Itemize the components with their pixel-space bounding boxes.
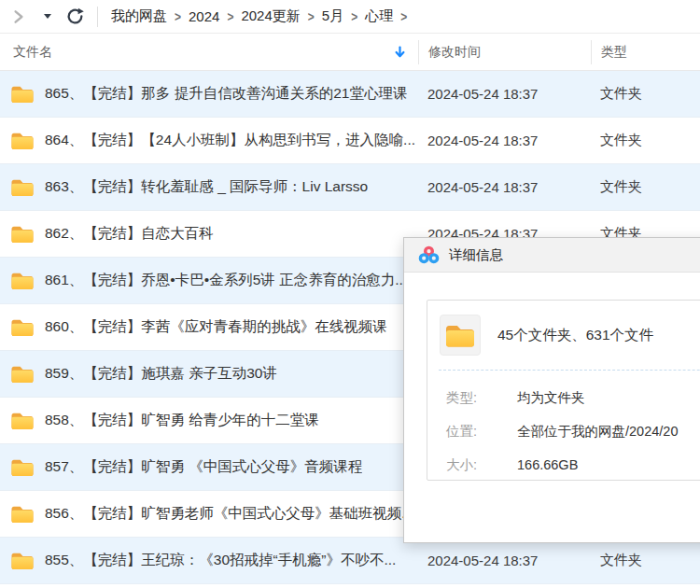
file-row[interactable]: 863、【完结】转化羞耻感 _ 国际导师：Liv Larsso 2024-05-…	[0, 164, 700, 211]
navigation-toolbar: 我的网盘 > 2024 > 2024更新 > 5月 > 心理 >	[0, 0, 700, 34]
breadcrumb-item[interactable]: 2024更新	[241, 7, 300, 25]
file-name-cell: 858、【完结】旷智勇 给青少年的十二堂课	[0, 410, 418, 431]
column-header-type: 类型	[591, 40, 700, 64]
file-type: 文件夹	[591, 85, 700, 103]
breadcrumb-item[interactable]: 我的网盘	[111, 7, 167, 25]
folder-icon	[443, 321, 477, 349]
details-field-label: 类型:	[427, 389, 517, 407]
details-field-row: 类型: 均为文件夹	[427, 381, 700, 414]
file-name: 861、【完结】乔恩•卡巴•金系列5讲 正念养育的治愈力...	[45, 271, 407, 290]
details-popup: 详细信息 45个文件夹、631个文件 类型: 均为文件夹 位置:	[403, 237, 700, 543]
folder-icon	[9, 223, 35, 245]
file-name-cell: 860、【完结】李茜《应对青春期的挑战》在线视频课	[0, 316, 418, 338]
breadcrumb-separator-icon: >	[400, 8, 407, 23]
file-name-cell: 856、【完结】旷智勇老师《中国式心父母》基础班视频...	[0, 503, 418, 525]
details-info-box: 45个文件夹、631个文件 类型: 均为文件夹 位置: 全部位于我的网盘/202…	[427, 300, 700, 481]
file-row[interactable]: 865、【完结】那多 提升自信改善沟通关系的21堂心理课 2024-05-24 …	[0, 71, 700, 118]
folder-thumbnail	[440, 315, 481, 356]
file-name-cell: 857、【完结】旷智勇 《中国式心父母》音频课程	[0, 456, 418, 478]
details-popup-body: 45个文件夹、631个文件 类型: 均为文件夹 位置: 全部位于我的网盘/202…	[404, 273, 700, 543]
details-popup-header: 详细信息	[404, 238, 700, 273]
file-name-cell: 862、【完结】自恋大百科	[0, 223, 418, 245]
modified-time: 2024-05-24 18:37	[418, 133, 591, 148]
details-summary: 45个文件夹、631个文件	[427, 301, 700, 370]
file-name: 863、【完结】转化羞耻感 _ 国际导师：Liv Larsso	[45, 177, 368, 197]
toolbar-divider	[97, 7, 98, 27]
column-header-modified[interactable]: 修改时间	[418, 40, 591, 64]
folder-icon	[9, 550, 35, 571]
modified-time: 2024-05-24 18:37	[418, 86, 591, 102]
breadcrumb-separator-icon: >	[175, 8, 181, 23]
breadcrumb-item[interactable]: 2024	[189, 8, 219, 24]
caret-down-icon	[44, 14, 51, 19]
file-name-cell: 863、【完结】转化羞耻感 _ 国际导师：Liv Larsso	[0, 176, 418, 198]
folder-icon	[9, 270, 35, 291]
file-name: 859、【完结】施琪嘉 亲子互动30讲	[45, 364, 277, 384]
file-name-cell: 859、【完结】施琪嘉 亲子互动30讲	[0, 363, 418, 385]
modified-time: 2024-05-24 18:37	[418, 179, 591, 195]
folder-icon	[9, 316, 35, 338]
breadcrumb-separator-icon: >	[351, 8, 357, 23]
breadcrumb-item[interactable]: 心理	[365, 7, 393, 25]
folder-icon	[9, 363, 35, 385]
file-name: 858、【完结】旷智勇 给青少年的十二堂课	[45, 411, 319, 430]
breadcrumb-separator-icon: >	[227, 8, 233, 23]
details-field-value: 均为文件夹	[517, 389, 585, 407]
history-dropdown-button[interactable]	[41, 10, 54, 23]
file-name-cell: 855、【完结】王纪琼：《30招戒掉“手机瘾”》不吵不...	[0, 550, 418, 571]
file-name-cell: 864、【完结】【24人小班制】从构思到书写，进入隐喻...	[0, 130, 418, 151]
details-field-label: 位置:	[427, 423, 517, 441]
folder-icon	[9, 410, 35, 431]
file-type: 文件夹	[591, 552, 700, 569]
file-name: 864、【完结】【24人小班制】从构思到书写，进入隐喻...	[45, 131, 415, 150]
refresh-icon	[66, 7, 84, 25]
column-header-filename[interactable]: 文件名	[0, 34, 418, 70]
file-row[interactable]: 855、【完结】王纪琼：《30招戒掉“手机瘾”》不吵不... 2024-05-2…	[0, 538, 700, 584]
forward-button[interactable]	[9, 7, 28, 26]
file-name-cell: 861、【完结】乔恩•卡巴•金系列5讲 正念养育的治愈力...	[0, 270, 418, 291]
breadcrumb: 我的网盘 > 2024 > 2024更新 > 5月 > 心理 >	[111, 7, 407, 25]
folder-icon	[9, 83, 35, 105]
file-manager-window: 我的网盘 > 2024 > 2024更新 > 5月 > 心理 > 文件名 修改时…	[0, 0, 700, 588]
details-field-row: 大小: 166.66GB	[427, 448, 700, 482]
file-name-cell: 865、【完结】那多 提升自信改善沟通关系的21堂心理课	[0, 83, 418, 105]
file-type: 文件夹	[591, 132, 700, 149]
chevron-right-icon	[10, 8, 27, 25]
file-name: 860、【完结】李茜《应对青春期的挑战》在线视频课	[45, 317, 387, 337]
details-field-label: 大小:	[427, 456, 517, 474]
folder-icon	[9, 456, 35, 478]
file-name: 857、【完结】旷智勇 《中国式心父母》音频课程	[45, 457, 362, 477]
column-label: 修改时间	[428, 44, 481, 61]
folder-icon	[9, 130, 35, 151]
details-field-value: 166.66GB	[517, 457, 578, 472]
breadcrumb-separator-icon: >	[308, 8, 315, 23]
details-field-value: 全部位于我的网盘/2024/20	[517, 423, 678, 441]
details-fields: 类型: 均为文件夹 位置: 全部位于我的网盘/2024/20 大小: 166.6…	[427, 371, 700, 482]
file-name: 856、【完结】旷智勇老师《中国式心父母》基础班视频...	[45, 504, 413, 524]
refresh-button[interactable]	[65, 7, 84, 26]
details-summary-text: 45个文件夹、631个文件	[497, 326, 653, 345]
file-row[interactable]: 864、【完结】【24人小班制】从构思到书写，进入隐喻... 2024-05-2…	[0, 118, 700, 164]
details-popup-title: 详细信息	[449, 246, 503, 264]
column-label: 类型	[601, 44, 627, 61]
sort-desc-icon[interactable]	[395, 46, 405, 58]
file-name: 865、【完结】那多 提升自信改善沟通关系的21堂心理课	[45, 84, 407, 104]
details-field-row: 位置: 全部位于我的网盘/2024/20	[427, 414, 700, 448]
folder-icon	[9, 503, 35, 525]
folder-icon	[9, 176, 35, 198]
file-type: 文件夹	[591, 178, 700, 196]
table-header: 文件名 修改时间 类型	[0, 34, 700, 71]
netdisk-logo-icon	[418, 245, 440, 265]
column-label: 文件名	[13, 44, 52, 61]
file-name: 855、【完结】王纪琼：《30招戒掉“手机瘾”》不吵不...	[45, 551, 396, 570]
modified-time: 2024-05-24 18:37	[418, 553, 591, 568]
file-name: 862、【完结】自恋大百科	[45, 224, 214, 244]
breadcrumb-item[interactable]: 5月	[322, 7, 343, 25]
